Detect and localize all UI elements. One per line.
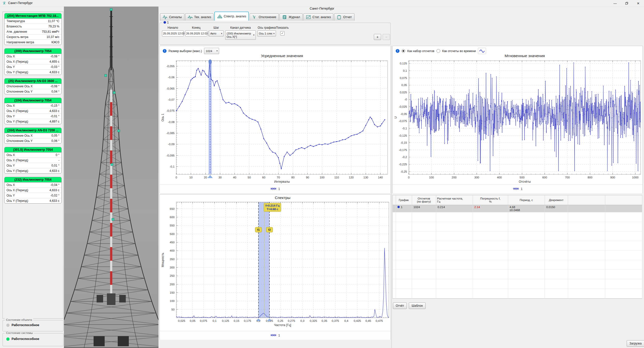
start-date-input[interactable]: 25.09.2025 12:03 ▦ [162, 30, 184, 36]
graph-axis-select[interactable]: Ось 1 слева▼ [257, 30, 276, 36]
column-header[interactable]: Расчетная частота, Гц [436, 195, 473, 205]
sensor-card-row: Отклонение Ось X0,05 ° [5, 133, 61, 138]
sensor-card-row: Ось Y0,01 ° [5, 163, 61, 168]
sensor-card-row: Ось X (Период)4,633 с [5, 188, 61, 193]
avg-legend[interactable]: 1 [160, 184, 390, 193]
table-cell [568, 205, 605, 212]
svg-text:0,475: 0,475 [376, 319, 383, 322]
vertical-splitter[interactable] [391, 46, 392, 348]
minimize-button[interactable]: — [609, 0, 621, 7]
sensor-card-row: Ось X-0,08 ° [5, 54, 61, 59]
channel-value: (200) Инклинометр 7054Ось X[°] [225, 32, 252, 38]
svg-text:-0,08: -0,08 [168, 121, 175, 124]
end-date-input[interactable]: 26.09.2025 12:03 ▦ [185, 30, 207, 36]
sensor-card[interactable]: (204) Метеостанция МПВ 702.18...Температ… [4, 13, 62, 45]
radio-as-samples[interactable] [401, 49, 405, 53]
tab-стат-анализ[interactable]: Стат. анализ [303, 13, 333, 21]
dropdown-arrow-icon: ▼ [252, 34, 256, 36]
column-header[interactable]: Декремент [545, 195, 568, 205]
table-cell: 2.14 [473, 205, 508, 212]
svg-text:-0,175: -0,175 [399, 148, 407, 151]
tab-label: Стат. анализ [312, 15, 331, 19]
svg-text:-0,055: -0,055 [166, 65, 175, 68]
svg-text:0: 0 [176, 176, 177, 179]
radio-as-time[interactable] [436, 49, 440, 53]
add-graph-button[interactable]: + [374, 34, 381, 40]
svg-text:0,35: 0,35 [321, 319, 327, 322]
sensor-card[interactable]: (301.5) Инклинометр 7054Ось X0 °Ось X (П… [4, 147, 62, 174]
sensor-card-row: Направление ветраЮЮЗ [5, 40, 61, 45]
svg-text:Мгновенные значения: Мгновенные значения [505, 54, 545, 58]
svg-text:Отсчёты: Отсчёты [519, 180, 531, 183]
svg-text:80: 80 [291, 176, 295, 179]
svg-text:-0,1: -0,1 [170, 165, 175, 168]
load-button[interactable]: Загрузка [627, 340, 644, 347]
sensor-card-row: Ось X (Период)4,633 с [5, 108, 61, 114]
table-row-empty [393, 260, 642, 270]
instant-values-chart[interactable]: 010020030040050060070080090010000,1250,1… [393, 46, 642, 184]
svg-text:-0,225: -0,225 [399, 163, 407, 166]
legend-series-label: 1 [278, 187, 280, 191]
svg-text:200: 200 [452, 176, 456, 179]
svg-text:200: 200 [170, 283, 175, 286]
svg-text:-0,25: -0,25 [400, 170, 407, 173]
column-header-empty[interactable] [393, 195, 396, 205]
tab-журнал[interactable]: Журнал [279, 13, 303, 21]
svg-text:30: 30 [218, 176, 222, 179]
sensor-card-row: Ось Y (Период)4,633 с [5, 198, 61, 203]
svg-text:20: 20 [204, 176, 207, 179]
inst-legend[interactable]: 1 [393, 184, 642, 193]
table-cell [605, 205, 642, 212]
tab-отклонение[interactable]: Отклонение [250, 13, 279, 21]
report-button[interactable]: Отчёт [393, 302, 407, 309]
sensor-card-row: Ось X0 ° [5, 152, 61, 158]
spectrum-results-table[interactable]: ГрафикОтсчетов (по факту)Расчетная часто… [392, 195, 642, 299]
svg-text:-0,095: -0,095 [166, 154, 175, 157]
restore-button[interactable] [621, 0, 632, 7]
table-cell: 0.214 [436, 205, 473, 212]
close-button[interactable]: ✕ [632, 0, 644, 7]
svg-text:U: U [394, 117, 397, 119]
show-checkbox[interactable]: ✓ [280, 31, 285, 35]
sensor-card[interactable]: (25) Инклинометр AN-D3 3600 ...Отклонени… [4, 78, 62, 94]
sensor-card[interactable]: (200) Инклинометр 7054Ось X-0,08 °Ось X … [4, 48, 62, 75]
sample-size-select[interactable]: 1024▼ [204, 48, 219, 54]
spectrum-panel: 0,0250,050,0750,10,1250,150,1750,20,2250… [159, 194, 391, 340]
tower-3d-view[interactable] [64, 7, 158, 348]
step-select[interactable]: Авто▼ [209, 30, 224, 36]
spectrum-legend[interactable]: 1 [160, 331, 390, 340]
svg-text:-0,075: -0,075 [399, 120, 407, 123]
table-cell: 1 [396, 205, 412, 212]
table-row[interactable]: 110240.2142.144.68 ±0.04680.0150 [393, 205, 642, 212]
radio-as-time-label: Как отсчеты во времени [442, 49, 476, 53]
remove-graph-button[interactable]: − [383, 34, 390, 40]
app-antenna-icon [2, 1, 6, 5]
column-header[interactable]: График [396, 195, 412, 205]
sensor-card-title: (25) Инклинометр AN-D3 3600 ... [5, 79, 61, 84]
tab-сигналы[interactable]: Сигналы [160, 13, 184, 21]
averaged-values-chart[interactable]: 0102030405060708090100110120130140-0,055… [160, 46, 390, 184]
column-header[interactable]: Период, с [508, 195, 545, 205]
wave-icon-button[interactable] [478, 48, 486, 54]
column-header[interactable]: Погрешность f, % [473, 195, 508, 205]
template-button[interactable]: Шаблон [409, 302, 425, 309]
sensor-card-row: Ось Y-0,02 ° [5, 193, 61, 198]
tech-wave-icon [188, 15, 193, 20]
sensor-card[interactable]: (104) Инклинометр 7054Ось X-0,15 °Ось X … [4, 98, 62, 124]
sensor-channel-select[interactable]: (200) Инклинометр 7054Ось X[°] ▼ [225, 30, 256, 40]
sensor-card-row: Ось X (Период)4,655 с [5, 59, 61, 64]
column-header[interactable]: Отсчетов (по факту) [412, 195, 436, 205]
sensor-card[interactable]: (164) Инклинометр AN-D3 7200 ...Отклонен… [4, 128, 62, 144]
svg-text:0,3: 0,3 [300, 319, 304, 322]
svg-text:-0,075: -0,075 [166, 109, 175, 112]
tab-отчет[interactable]: Отчет [334, 13, 354, 21]
column-header-empty[interactable] [605, 195, 642, 205]
tab-тех-анализ[interactable]: Тех. анализ [185, 13, 214, 21]
tab-спектр-анализ[interactable]: Спектр. анализ [214, 12, 249, 21]
spectrum-chart[interactable]: 0,0250,050,0750,10,1250,150,1750,20,2250… [160, 195, 390, 331]
system-status-value: Работоспособное [12, 337, 39, 341]
sensor-card[interactable]: (232) Инклинометр 7054Ось X-0,04 °Ось X … [4, 177, 62, 204]
column-header-empty[interactable] [568, 195, 605, 205]
sensor-card-title: (164) Инклинометр AN-D3 7200 ... [5, 128, 61, 133]
svg-text:Усредненные значения: Усредненные значения [261, 54, 303, 58]
